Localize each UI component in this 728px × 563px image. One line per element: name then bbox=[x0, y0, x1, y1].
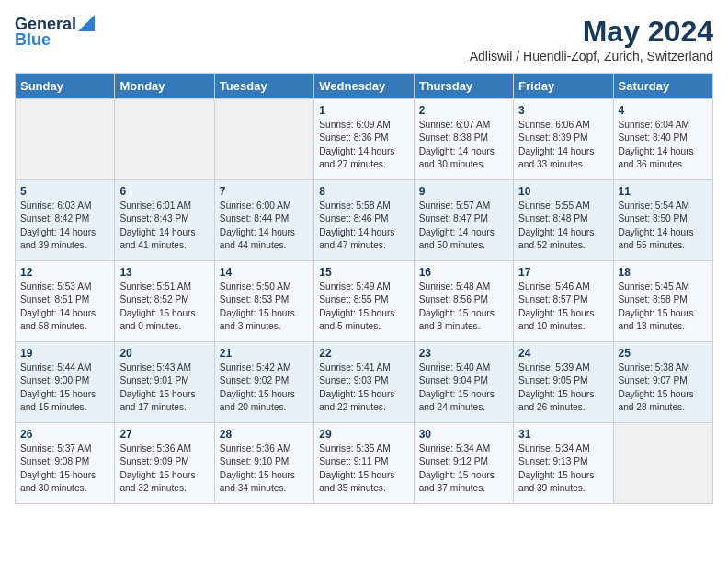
cell-info: and 10 minutes. bbox=[518, 320, 608, 333]
cell-info: Sunset: 9:05 PM bbox=[518, 374, 608, 387]
cell-info: and 33 minutes. bbox=[518, 158, 608, 171]
calendar-cell: 21Sunrise: 5:42 AMSunset: 9:02 PMDayligh… bbox=[214, 342, 313, 423]
cell-info: Sunset: 9:13 PM bbox=[518, 455, 608, 468]
day-number: 26 bbox=[20, 428, 109, 441]
cell-info: Sunrise: 6:09 AM bbox=[319, 119, 408, 132]
calendar-cell: 11Sunrise: 5:54 AMSunset: 8:50 PMDayligh… bbox=[613, 180, 712, 261]
calendar-cell bbox=[214, 99, 313, 180]
cell-info: Sunrise: 5:36 AM bbox=[119, 442, 209, 455]
calendar-cell: 6Sunrise: 6:01 AMSunset: 8:43 PMDaylight… bbox=[115, 180, 214, 261]
calendar-cell: 15Sunrise: 5:49 AMSunset: 8:55 PMDayligh… bbox=[314, 261, 414, 342]
cell-info: Daylight: 15 hours bbox=[119, 469, 209, 482]
day-number: 20 bbox=[119, 347, 209, 360]
cell-info: Daylight: 15 hours bbox=[518, 469, 608, 482]
cell-info: and 39 minutes. bbox=[20, 239, 109, 252]
cell-info: Daylight: 15 hours bbox=[518, 388, 608, 401]
cell-info: Sunset: 9:09 PM bbox=[119, 455, 209, 468]
cell-info: Sunset: 9:10 PM bbox=[220, 455, 309, 468]
day-number: 21 bbox=[220, 347, 309, 360]
calendar-cell: 9Sunrise: 5:57 AMSunset: 8:47 PMDaylight… bbox=[414, 180, 513, 261]
cell-info: Daylight: 15 hours bbox=[319, 469, 408, 482]
cell-info: Sunrise: 6:06 AM bbox=[518, 119, 608, 132]
day-number: 12 bbox=[20, 266, 109, 279]
cell-info: and 37 minutes. bbox=[419, 482, 508, 495]
cell-info: and 30 minutes. bbox=[419, 158, 508, 171]
week-row-4: 19Sunrise: 5:44 AMSunset: 9:00 PMDayligh… bbox=[16, 342, 713, 423]
day-number: 9 bbox=[419, 185, 508, 198]
logo-triangle-icon bbox=[78, 15, 95, 31]
cell-info: Sunset: 8:44 PM bbox=[220, 213, 309, 225]
day-number: 23 bbox=[419, 347, 508, 360]
calendar-cell: 4Sunrise: 6:04 AMSunset: 8:40 PMDaylight… bbox=[613, 99, 712, 180]
logo: General Blue bbox=[15, 15, 95, 50]
cell-info: Sunset: 9:02 PM bbox=[220, 374, 309, 387]
cell-info: Daylight: 15 hours bbox=[419, 469, 508, 482]
cell-info: Sunrise: 5:36 AM bbox=[220, 442, 309, 455]
week-row-1: 1Sunrise: 6:09 AMSunset: 8:36 PMDaylight… bbox=[16, 99, 713, 180]
cell-info: Sunset: 8:42 PM bbox=[20, 213, 109, 225]
weekday-header-sunday: Sunday bbox=[16, 74, 115, 99]
cell-info: Daylight: 15 hours bbox=[220, 388, 309, 401]
cell-info: Sunrise: 5:53 AM bbox=[20, 281, 109, 293]
calendar-cell: 30Sunrise: 5:34 AMSunset: 9:12 PMDayligh… bbox=[414, 423, 513, 504]
day-number: 24 bbox=[518, 347, 608, 360]
cell-info: Sunset: 8:55 PM bbox=[319, 293, 408, 306]
calendar-cell: 14Sunrise: 5:50 AMSunset: 8:53 PMDayligh… bbox=[214, 261, 313, 342]
cell-info: Daylight: 15 hours bbox=[419, 388, 508, 401]
cell-info: Sunset: 8:39 PM bbox=[518, 132, 608, 144]
cell-info: Daylight: 15 hours bbox=[119, 388, 209, 401]
calendar-cell: 2Sunrise: 6:07 AMSunset: 8:38 PMDaylight… bbox=[414, 99, 513, 180]
cell-info: and 30 minutes. bbox=[20, 482, 109, 495]
cell-info: Sunrise: 5:49 AM bbox=[319, 281, 408, 293]
cell-info: Daylight: 15 hours bbox=[319, 307, 408, 320]
cell-info: and 58 minutes. bbox=[20, 320, 109, 333]
cell-info: Sunrise: 5:51 AM bbox=[119, 281, 209, 293]
cell-info: Sunrise: 5:57 AM bbox=[419, 200, 508, 213]
cell-info: Daylight: 15 hours bbox=[619, 307, 708, 320]
calendar-cell: 31Sunrise: 5:34 AMSunset: 9:13 PMDayligh… bbox=[514, 423, 613, 504]
calendar-cell: 5Sunrise: 6:03 AMSunset: 8:42 PMDaylight… bbox=[16, 180, 115, 261]
calendar-cell: 18Sunrise: 5:45 AMSunset: 8:58 PMDayligh… bbox=[613, 261, 712, 342]
cell-info: Sunrise: 5:41 AM bbox=[319, 362, 408, 374]
cell-info: and 39 minutes. bbox=[518, 482, 608, 495]
logo-blue: Blue bbox=[15, 30, 51, 50]
cell-info: and 52 minutes. bbox=[518, 239, 608, 252]
cell-info: and 8 minutes. bbox=[419, 320, 508, 333]
cell-info: Sunset: 8:58 PM bbox=[619, 293, 708, 306]
calendar-cell: 29Sunrise: 5:35 AMSunset: 9:11 PMDayligh… bbox=[314, 423, 414, 504]
cell-info: Sunset: 9:08 PM bbox=[20, 455, 109, 468]
day-number: 4 bbox=[619, 104, 708, 117]
day-number: 31 bbox=[518, 428, 608, 441]
cell-info: Sunrise: 6:07 AM bbox=[419, 119, 508, 132]
calendar-cell: 10Sunrise: 5:55 AMSunset: 8:48 PMDayligh… bbox=[514, 180, 613, 261]
cell-info: Sunrise: 5:38 AM bbox=[619, 362, 708, 374]
day-number: 11 bbox=[619, 185, 708, 198]
cell-info: Sunset: 9:07 PM bbox=[619, 374, 708, 387]
cell-info: Sunrise: 5:40 AM bbox=[419, 362, 508, 374]
calendar-cell: 12Sunrise: 5:53 AMSunset: 8:51 PMDayligh… bbox=[16, 261, 115, 342]
day-number: 25 bbox=[619, 347, 708, 360]
cell-info: Sunset: 9:04 PM bbox=[419, 374, 508, 387]
cell-info: Sunset: 9:03 PM bbox=[319, 374, 408, 387]
cell-info: and 36 minutes. bbox=[619, 158, 708, 171]
cell-info: Daylight: 15 hours bbox=[419, 307, 508, 320]
cell-info: Daylight: 14 hours bbox=[518, 145, 608, 158]
day-number: 1 bbox=[319, 104, 408, 117]
calendar-cell: 17Sunrise: 5:46 AMSunset: 8:57 PMDayligh… bbox=[514, 261, 613, 342]
weekday-header-row: SundayMondayTuesdayWednesdayThursdayFrid… bbox=[16, 74, 713, 99]
day-number: 18 bbox=[619, 266, 708, 279]
weekday-header-friday: Friday bbox=[514, 74, 613, 99]
week-row-3: 12Sunrise: 5:53 AMSunset: 8:51 PMDayligh… bbox=[16, 261, 713, 342]
header: General Blue May 2024 Adliswil / Huendli… bbox=[15, 15, 713, 63]
cell-info: Sunrise: 5:55 AM bbox=[518, 200, 608, 213]
week-row-5: 26Sunrise: 5:37 AMSunset: 9:08 PMDayligh… bbox=[16, 423, 713, 504]
cell-info: and 26 minutes. bbox=[518, 401, 608, 414]
svg-marker-0 bbox=[78, 15, 95, 31]
day-number: 14 bbox=[220, 266, 309, 279]
cell-info: Daylight: 14 hours bbox=[119, 226, 209, 239]
day-number: 13 bbox=[119, 266, 209, 279]
cell-info: Sunrise: 5:43 AM bbox=[119, 362, 209, 374]
weekday-header-thursday: Thursday bbox=[414, 74, 513, 99]
cell-info: Sunset: 9:11 PM bbox=[319, 455, 408, 468]
weekday-header-wednesday: Wednesday bbox=[314, 74, 414, 99]
